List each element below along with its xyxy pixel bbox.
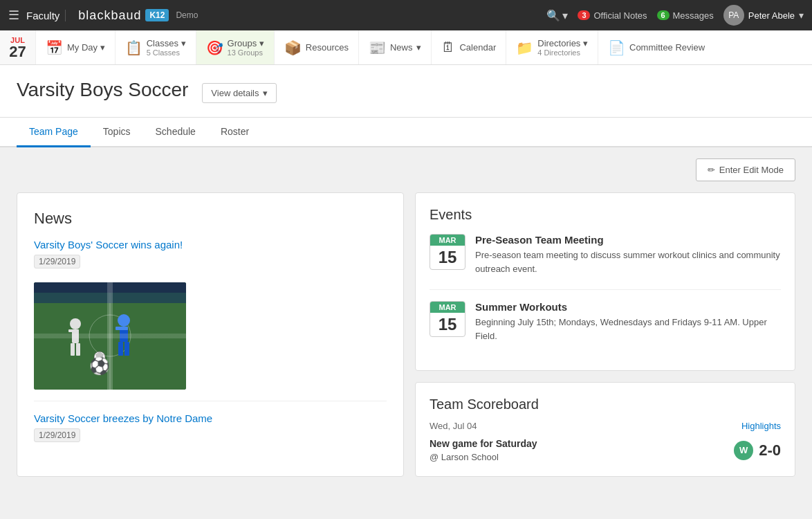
groups-nav-item[interactable]: 🎯 Groups ▾ 13 Groups (196, 30, 275, 64)
search-dropdown-arrow: ▾ (562, 9, 568, 22)
avatar: PA (723, 5, 744, 26)
directories-dropdown-arrow: ▾ (583, 38, 588, 48)
events-section-title: Events (430, 207, 781, 223)
svg-rect-14 (34, 282, 186, 303)
classes-label: Classes (147, 38, 178, 48)
groups-dropdown: ▾ (259, 38, 264, 48)
news-item-1-link[interactable]: Varsity Boys' Soccer wins again! (34, 239, 183, 251)
event-1-description: Pre-season team meeting to discuss summe… (475, 248, 781, 275)
my-day-nav-item[interactable]: 📅 My Day ▾ (36, 30, 116, 64)
official-notes-label: Official Notes (593, 10, 647, 21)
event-1-month: Mar (430, 235, 465, 246)
tab-roster[interactable]: Roster (208, 118, 261, 147)
game-location: @ Larson School (430, 452, 734, 462)
news-item-1-date: 1/29/2019 (34, 255, 80, 268)
logo: blackbaud K12 Demo (73, 8, 198, 23)
svg-point-3 (70, 318, 81, 329)
my-day-label: My Day ▾ (67, 42, 105, 53)
score-date: Wed, Jul 04 (430, 421, 477, 431)
svg-point-2 (89, 315, 131, 356)
event-1-calendar: Mar 15 (430, 234, 465, 270)
event-1-info: Pre-Season Team Meeting Pre-season team … (475, 234, 781, 275)
tab-topics[interactable]: Topics (91, 118, 143, 147)
svg-rect-15 (34, 282, 186, 293)
svg-rect-7 (68, 329, 79, 332)
faculty-label: Faculty (26, 10, 66, 21)
events-panel: Events Mar 15 Pre-Season Team Meeting Pr… (415, 192, 795, 371)
date-day: 27 (9, 44, 26, 60)
svg-rect-4 (72, 329, 79, 343)
resources-nav-item[interactable]: 📦 Resources (275, 30, 359, 64)
messages-button[interactable]: 6 Messages (657, 10, 714, 21)
calendar-nav-item[interactable]: 🗓 Calendar (432, 30, 506, 64)
events-divider (430, 289, 781, 290)
secondary-navigation: JUL 27 📅 My Day ▾ 📋 Classes ▾ 5 Classes … (0, 30, 812, 65)
game-title: New game for Saturday (430, 438, 734, 449)
search-button[interactable]: 🔍 ▾ (546, 9, 568, 22)
classes-nav-item[interactable]: 📋 Classes ▾ 5 Classes (116, 30, 196, 64)
classes-icon: 📋 (125, 39, 142, 56)
event-2-month: Mar (430, 302, 465, 313)
svg-rect-12 (116, 327, 128, 330)
my-day-dropdown: ▾ (100, 42, 105, 53)
committee-review-nav-item[interactable]: 📄 Committee Review (598, 30, 714, 64)
news-panel: News Varsity Boys' Soccer wins again! 1/… (17, 192, 404, 477)
search-icon: 🔍 (546, 9, 560, 22)
svg-rect-6 (76, 343, 80, 356)
pencil-icon: ✏ (708, 165, 715, 175)
event-2-day: 15 (439, 313, 457, 336)
view-details-arrow: ▾ (263, 88, 268, 98)
event-2-name: Summer Workouts (475, 301, 781, 313)
scoreboard-title: Team Scoreboard (430, 397, 781, 412)
messages-label: Messages (673, 10, 714, 21)
game-info: New game for Saturday @ Larson School (430, 438, 734, 462)
directories-label: Directories (537, 38, 580, 48)
view-details-button[interactable]: View details ▾ (202, 83, 277, 103)
my-day-date[interactable]: JUL 27 (0, 30, 36, 64)
committee-icon: 📄 (608, 39, 625, 56)
event-2-description: Beginning July 15th; Mondays, Wednesdays… (475, 316, 781, 343)
groups-text-group: Groups ▾ 13 Groups (228, 38, 264, 57)
demo-label: Demo (176, 10, 198, 20)
groups-label: Groups (228, 38, 257, 48)
committee-label: Committee Review (629, 42, 705, 53)
tab-team-page[interactable]: Team Page (17, 118, 91, 147)
svg-point-13 (94, 352, 105, 363)
groups-icon: 🎯 (206, 39, 223, 56)
my-day-text: My Day (67, 42, 98, 53)
svg-rect-0 (34, 282, 186, 390)
svg-rect-10 (118, 342, 123, 356)
team-badge: W (734, 441, 753, 460)
resources-label: Resources (306, 42, 349, 53)
groups-sub: 13 Groups (228, 48, 264, 57)
score-value: 2-0 (759, 441, 781, 459)
enter-edit-mode-button[interactable]: ✏ Enter Edit Mode (696, 158, 795, 181)
news-item-2-link[interactable]: Varsity Soccer breezes by Notre Dame (34, 412, 212, 424)
tab-bar: Team Page Topics Schedule Roster (0, 118, 812, 147)
event-item-2: Mar 15 Summer Workouts Beginning July 15… (430, 301, 781, 343)
highlights-link[interactable]: Highlights (741, 421, 781, 431)
classes-sub: 5 Classes (147, 48, 186, 57)
tab-schedule[interactable]: Schedule (143, 118, 208, 147)
edit-mode-bar: ✏ Enter Edit Mode (17, 158, 795, 181)
official-notes-button[interactable]: 3 Official Notes (578, 10, 647, 21)
hamburger-menu-icon[interactable]: ☰ (8, 8, 19, 23)
blackbaud-text: blackbaud (78, 8, 141, 23)
user-name: Peter Abele (748, 10, 795, 21)
directories-text-group: Directories ▾ 4 Directories (537, 38, 588, 57)
directories-nav-item[interactable]: 📁 Directories ▾ 4 Directories (506, 30, 598, 64)
news-icon: 📰 (369, 39, 386, 56)
page-title: Varsity Boys Soccer (17, 79, 188, 101)
resources-icon: 📦 (284, 39, 302, 56)
svg-rect-5 (71, 343, 75, 356)
messages-count: 6 (657, 10, 670, 20)
svg-rect-9 (120, 327, 128, 342)
edit-mode-label: Enter Edit Mode (719, 165, 784, 175)
user-menu[interactable]: PA Peter Abele ▾ (723, 5, 804, 26)
news-dropdown-arrow: ▾ (416, 42, 421, 53)
soccer-image (34, 282, 186, 390)
directories-icon: 📁 (516, 39, 533, 56)
news-nav-item[interactable]: 📰 News ▾ (359, 30, 432, 64)
calendar-icon: 📅 (46, 39, 63, 56)
news-label: News (390, 42, 413, 53)
